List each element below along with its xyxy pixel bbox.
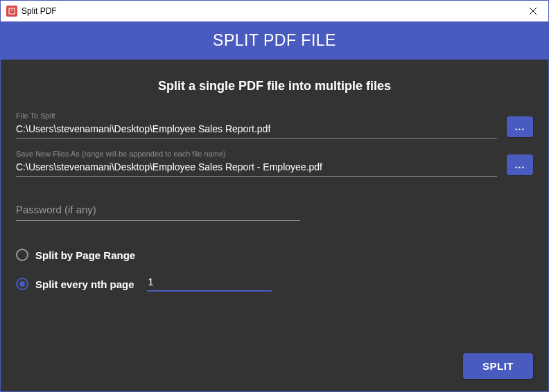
save-as-label: Save New Files As (range will be appende… [16,150,497,158]
file-to-split-input[interactable] [16,121,497,139]
password-input[interactable] [16,202,300,221]
header-title: SPLIT PDF FILE [213,31,336,50]
password-row [16,202,533,221]
radio-split-by-range[interactable] [16,249,28,261]
subtitle: Split a single PDF file into multiple fi… [16,79,533,93]
svg-rect-1 [10,10,13,10]
split-by-range-label: Split by Page Range [35,249,135,261]
browse-file-button[interactable]: ... [507,116,533,137]
split-by-range-row: Split by Page Range [16,249,533,261]
split-button[interactable]: SPLIT [463,353,533,379]
file-to-split-row: File To Split ... [16,112,533,139]
footer: SPLIT [16,353,533,379]
app-icon [6,6,17,17]
close-button[interactable] [517,1,548,21]
svg-rect-0 [9,8,15,14]
file-to-split-label: File To Split [16,112,497,120]
close-icon [530,8,537,15]
header: SPLIT PDF FILE [1,21,548,60]
nth-value-input[interactable] [147,276,272,292]
window-title: Split PDF [21,6,517,16]
save-as-input[interactable] [16,159,497,177]
save-as-row: Save New Files As (range will be appende… [16,150,533,177]
split-every-nth-row: Split every nth page [16,276,533,292]
content: Split a single PDF file into multiple fi… [1,60,548,391]
radio-split-every-nth[interactable] [16,278,28,290]
split-every-nth-label: Split every nth page [35,278,134,290]
titlebar: Split PDF [1,1,548,21]
browse-save-button[interactable]: ... [507,154,533,175]
